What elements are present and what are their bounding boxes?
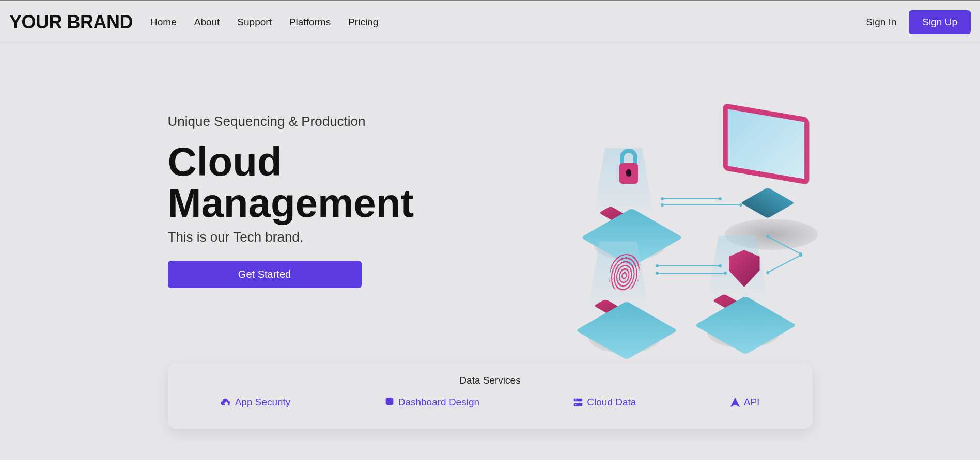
circuit-line-icon: [663, 204, 740, 205]
hero-inner: Unique Sequencing & Production CloudMana…: [168, 110, 813, 338]
service-app-security[interactable]: App Security: [221, 396, 291, 408]
hero-illustration: [575, 110, 813, 338]
navbar: YOUR BRAND Home About Support Platforms …: [0, 0, 980, 43]
sign-up-button[interactable]: Sign Up: [909, 10, 971, 34]
svg-rect-1: [574, 399, 583, 402]
circuit-line-icon: [658, 265, 720, 266]
services-card: Data Services App Security Dashboard Des…: [168, 363, 813, 429]
paper-plane-icon: [729, 396, 741, 408]
service-label: App Security: [235, 396, 291, 408]
circuit-line-icon: [768, 255, 800, 273]
hero-subtitle: This is our Tech brand.: [168, 229, 414, 245]
server-icon: [572, 396, 584, 408]
database-icon: [384, 396, 395, 408]
service-label: Cloud Data: [587, 396, 636, 408]
get-started-button[interactable]: Get Started: [168, 261, 362, 288]
monitor-icon: [723, 103, 809, 185]
service-api[interactable]: API: [729, 396, 760, 408]
service-label: API: [744, 396, 760, 408]
service-label: Dashboard Design: [398, 396, 479, 408]
services-card-title: Data Services: [174, 375, 806, 386]
sign-in-link[interactable]: Sign In: [866, 17, 896, 28]
circuit-line-icon: [658, 273, 725, 274]
svg-point-3: [575, 400, 577, 401]
hero-kicker: Unique Sequencing & Production: [168, 114, 414, 130]
svg-rect-2: [574, 403, 583, 406]
hero-text-block: Unique Sequencing & Production CloudMana…: [168, 110, 414, 288]
nav-link-platforms[interactable]: Platforms: [289, 17, 331, 28]
service-dashboard-design[interactable]: Dashboard Design: [384, 396, 479, 408]
svg-point-4: [575, 404, 577, 405]
brand-logo-text[interactable]: YOUR BRAND: [9, 11, 133, 33]
hero-title: CloudManagement: [168, 141, 414, 224]
services-row: App Security Dashboard Design Cloud Data…: [174, 396, 806, 408]
cloud-upload-icon: [221, 396, 232, 408]
lock-icon: [619, 163, 638, 184]
nav-left: YOUR BRAND Home About Support Platforms …: [9, 11, 378, 33]
service-cloud-data[interactable]: Cloud Data: [572, 396, 636, 408]
nav-link-about[interactable]: About: [194, 17, 220, 28]
nav-link-home[interactable]: Home: [150, 17, 177, 28]
nav-link-pricing[interactable]: Pricing: [348, 17, 378, 28]
circuit-line-icon: [663, 198, 720, 199]
nav-link-support[interactable]: Support: [237, 17, 272, 28]
hero-section: Unique Sequencing & Production CloudMana…: [160, 43, 821, 429]
nav-links: Home About Support Platforms Pricing: [150, 17, 378, 28]
nav-right: Sign In Sign Up: [866, 10, 971, 34]
